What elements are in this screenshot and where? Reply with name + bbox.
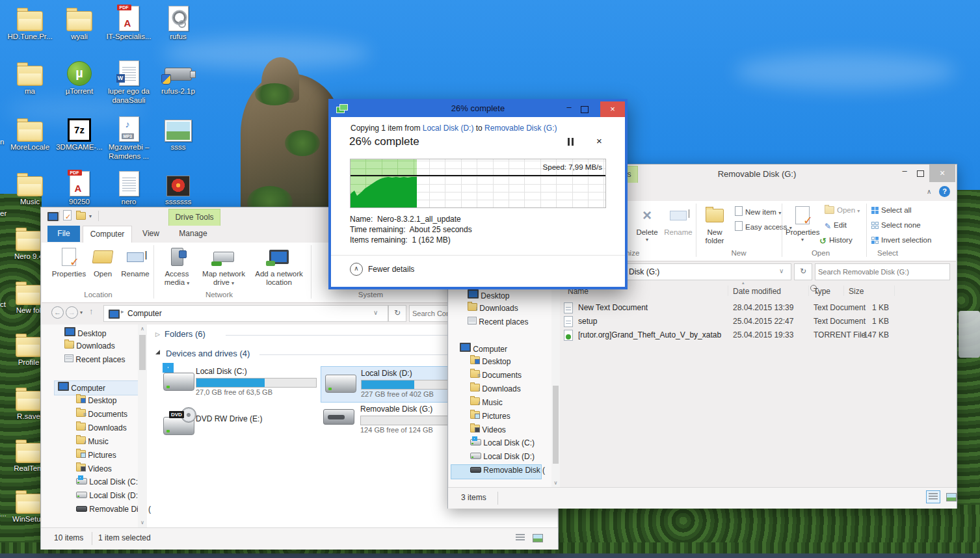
- column-header-date[interactable]: Date modified: [733, 287, 781, 296]
- qat-customize-chevron-icon[interactable]: ▾: [89, 213, 92, 219]
- ribbon-map-network-drive-button[interactable]: Map network drive ▾: [199, 245, 248, 287]
- ribbon-delete-button[interactable]: ×Delete▾: [632, 204, 662, 243]
- ribbon-properties-button[interactable]: ✓Properties: [51, 245, 87, 278]
- search-input[interactable]: [815, 264, 949, 280]
- ribbon-open-button[interactable]: Open: [88, 245, 117, 278]
- scroll-down-icon[interactable]: ∨: [551, 480, 560, 486]
- ribbon-select-none-button[interactable]: Select none: [871, 221, 921, 229]
- nav-desktop[interactable]: Desktop: [470, 356, 510, 366]
- nav-favorite-desktop[interactable]: Desktop: [64, 327, 106, 338]
- nav-desktop[interactable]: Desktop: [76, 395, 116, 405]
- desktop-icon-ssss[interactable]: ssss: [153, 113, 203, 152]
- ribbon-access-media-button[interactable]: Access media ▾: [157, 245, 196, 287]
- collapse-ribbon-icon[interactable]: ∧: [927, 188, 931, 195]
- nav-scrollbar[interactable]: ∧ ∨: [138, 325, 147, 527]
- refresh-button[interactable]: ↻: [794, 263, 812, 280]
- nav-computer[interactable]: Computer: [460, 343, 507, 354]
- address-bar[interactable]: ▸ Computer ∨: [103, 305, 388, 322]
- scrollbar-thumb[interactable]: [553, 386, 559, 464]
- refresh-button[interactable]: ↻: [388, 305, 406, 322]
- ribbon-rename-button-disabled[interactable]: Rename: [663, 204, 693, 237]
- ribbon-new-folder-button[interactable]: New folder: [698, 204, 731, 245]
- maximize-button[interactable]: [914, 170, 927, 179]
- column-divider[interactable]: [808, 286, 809, 296]
- nav-favorite-recent-places[interactable]: Recent places: [468, 317, 528, 326]
- ribbon-properties-button[interactable]: ✓Properties▾: [786, 204, 819, 243]
- section-header-devices[interactable]: Devices and drives (4): [166, 349, 250, 358]
- drive-tools-contextual-tab[interactable]: Drive Tools: [168, 209, 220, 226]
- ribbon-easy-access-button[interactable]: Easy access ▾: [735, 221, 792, 231]
- desktop-icon-ma[interactable]: ma: [5, 57, 55, 96]
- nav-local-disk-d[interactable]: Local Disk (D:): [470, 452, 535, 461]
- ribbon-select-all-button[interactable]: Select all: [871, 206, 912, 214]
- nav-removable-disk-g-selected[interactable]: Removable Disk (: [470, 466, 545, 475]
- drive-tile-local-disk-c[interactable]: Local Disk (C:) 27,0 GB free of 63,5 GB: [158, 365, 317, 400]
- folders-collapse-icon[interactable]: ▷: [155, 331, 160, 338]
- back-button[interactable]: ←: [51, 306, 64, 319]
- pause-button[interactable]: [566, 138, 574, 148]
- nav-music[interactable]: ♪ Music: [76, 436, 109, 446]
- nav-documents[interactable]: ≡ Documents: [470, 370, 522, 380]
- maximize-button[interactable]: [581, 106, 589, 113]
- file-row-new-text-document[interactable]: New Text Document 28.04.2015 13:39 Text …: [563, 301, 927, 315]
- nav-favorite-recent-places[interactable]: Recent places: [64, 354, 125, 364]
- thumbnail-view-button[interactable]: [530, 531, 546, 545]
- nav-local-disk-d[interactable]: Local Disk (D:): [76, 491, 140, 500]
- nav-music[interactable]: ♪ Music: [470, 397, 503, 407]
- desktop-icon-3dmgame[interactable]: 7z3DMGAME-...: [55, 113, 104, 152]
- column-header-type[interactable]: Type: [814, 287, 830, 296]
- destination-link[interactable]: Removable Disk (G:): [484, 124, 557, 133]
- nav-local-disk-c[interactable]: Local Disk (C:): [76, 477, 140, 486]
- nav-favorite-desktop[interactable]: Desktop: [468, 289, 509, 300]
- nav-videos[interactable]: Videos: [76, 464, 112, 473]
- cancel-copy-button[interactable]: ×: [596, 135, 602, 146]
- nav-documents[interactable]: ≡ Documents: [76, 409, 127, 419]
- ribbon-rename-button[interactable]: Rename: [118, 245, 152, 278]
- nav-downloads[interactable]: ↓ Downloads: [470, 384, 521, 393]
- dialog-title-bar[interactable]: 26% complete – ×: [331, 101, 625, 117]
- desktop-icon-sssssss[interactable]: sssssss: [153, 168, 203, 207]
- desktop-icon-90250[interactable]: PDFA90250: [55, 168, 104, 207]
- section-header-folders[interactable]: Folders (6): [165, 329, 205, 339]
- desktop-icon-hdtune[interactable]: HD.Tune.Pr...: [5, 3, 55, 42]
- desktop-icon-utorrent[interactable]: µµTorrent: [55, 57, 104, 96]
- desktop-icon-it-specialist[interactable]: PDFAIT-Specialis...: [104, 3, 153, 42]
- desktop-icon-nero[interactable]: nero: [104, 168, 153, 207]
- address-dropdown-icon[interactable]: ∨: [779, 267, 784, 274]
- desktop-icon-rufus21p[interactable]: rufus-2.1p: [153, 57, 203, 96]
- scrollbar-thumb[interactable]: [139, 335, 146, 370]
- breadcrumb[interactable]: Computer: [127, 309, 162, 318]
- tab-computer[interactable]: Computer: [83, 226, 132, 243]
- scroll-down-icon[interactable]: ∨: [138, 518, 147, 527]
- address-dropdown-icon[interactable]: ∨: [373, 309, 378, 316]
- desktop-icon-wyali[interactable]: wyali: [55, 3, 104, 42]
- nav-local-disk-c[interactable]: Local Disk (C:): [470, 438, 535, 447]
- tab-view[interactable]: View: [135, 226, 167, 242]
- qat-newfolder-icon[interactable]: [76, 212, 86, 220]
- ribbon-invert-selection-button[interactable]: Invert selection: [871, 236, 931, 244]
- desktop-icon-morelocale[interactable]: MoreLocale: [5, 113, 55, 152]
- details-view-button[interactable]: [513, 531, 527, 544]
- file-row-torrent[interactable]: [rutor.org]Grand_Theft_Auto_V_by_xatab 2…: [563, 328, 927, 342]
- up-button[interactable]: ↑: [89, 306, 94, 316]
- nav-videos[interactable]: Videos: [470, 425, 506, 434]
- desktop-icon-music[interactable]: Music: [5, 168, 55, 207]
- search-box[interactable]: [815, 263, 950, 280]
- thumbnail-view-button[interactable]: [944, 490, 959, 504]
- nav-downloads[interactable]: ↓ Downloads: [76, 423, 127, 432]
- file-row-setup[interactable]: setup 25.04.2015 22:47 Text Document 1 K…: [563, 315, 927, 328]
- history-chevron-icon[interactable]: ▾: [80, 310, 83, 315]
- column-header-size[interactable]: Size: [849, 287, 864, 296]
- ribbon-history-button[interactable]: ↺History: [819, 236, 853, 246]
- nav-favorite-downloads[interactable]: ↓ Downloads: [468, 303, 518, 313]
- ribbon-new-item-button[interactable]: New item ▾: [735, 206, 781, 216]
- desktop-icon-rufus[interactable]: rufus: [153, 3, 203, 42]
- help-icon[interactable]: ?: [939, 186, 950, 197]
- drive-tile-dvd-e[interactable]: DVD DVD RW Drive (E:): [158, 403, 317, 438]
- column-divider[interactable]: [894, 286, 895, 296]
- source-link[interactable]: Local Disk (D:): [423, 124, 474, 133]
- ribbon-open-button-disabled[interactable]: Open ▾: [825, 206, 860, 214]
- ribbon-edit-button[interactable]: ✎Edit: [825, 221, 847, 231]
- minimize-button[interactable]: –: [563, 102, 576, 112]
- tab-file[interactable]: File: [47, 226, 80, 242]
